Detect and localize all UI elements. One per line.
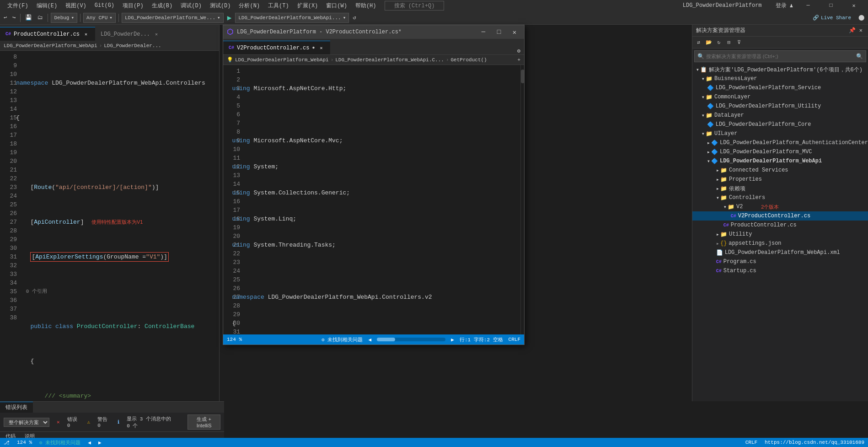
left-editor-area[interactable]: 891011121314 15161718192021 222324252627… <box>0 51 219 438</box>
tree-item-util[interactable]: ▸ 📁 Utility <box>692 230 868 239</box>
tree-item-utility[interactable]: 🔷 LDG_PowderDealerPlatform_Utility <box>692 102 868 111</box>
webapi-label: LDG_PowderDealerPlatform_WebApi <box>720 158 822 164</box>
menu-item-tools[interactable]: 工具(T) <box>264 1 293 11</box>
float-scrollbar-h[interactable] <box>377 338 445 341</box>
menu-item-git[interactable]: Git(G) <box>91 1 118 10</box>
tree-item-props[interactable]: ▸ 📁 Properties <box>692 175 868 184</box>
tree-item-ui[interactable]: ▾ 📁 UILayer <box>692 129 868 138</box>
ui-label: UILayer <box>714 130 737 137</box>
menu-item-view[interactable]: 视图(V) <box>62 1 90 11</box>
save-all-icon[interactable]: 🗂 <box>36 13 45 22</box>
float-scrollbar[interactable] <box>520 65 524 334</box>
status-nav-next[interactable]: ▶ <box>98 440 102 446</box>
menu-item-project[interactable]: 项目(P) <box>119 1 147 11</box>
menu-item-analyze[interactable]: 分析(N) <box>235 1 263 11</box>
search-box[interactable]: 搜索 (Ctrl+Q) <box>385 1 445 11</box>
float-bc-3[interactable]: GetProduct() <box>451 57 487 63</box>
minimize-button[interactable]: ─ <box>798 0 819 11</box>
tree-item-startup[interactable]: C# Startup.cs <box>692 266 868 275</box>
menu-bar: 文件(F) 编辑(E) 视图(V) Git(G) 项目(P) 生成(B) 调试(… <box>0 0 868 11</box>
tree-item-service[interactable]: 🔷 LDG_PowderDealerPlatform_Service <box>692 83 868 92</box>
data-label: DataLayer <box>714 112 744 118</box>
tree-item-program[interactable]: C# Program.cs <box>692 257 868 266</box>
menu-item-file[interactable]: 文件(F) <box>4 1 32 11</box>
sync-icon[interactable]: ⇄ <box>694 38 703 47</box>
pin-icon[interactable]: 📌 <box>847 26 857 35</box>
breadcrumb-1[interactable]: LDG_PowderDealerPlatform_WebApi <box>4 43 97 48</box>
float-maximize-button[interactable]: □ <box>493 27 505 37</box>
float-breadcrumb: 💡 LDG_PowderDealerPlatform_WebApi › LDG_… <box>223 55 524 65</box>
tab-ldg-powder[interactable]: LDG_PowderDe... ✕ <box>95 27 166 41</box>
float-minimize-button[interactable]: ─ <box>477 27 489 37</box>
refresh-icon[interactable]: ↺ <box>351 13 358 22</box>
search-solution-input[interactable] <box>706 54 854 59</box>
tree-item-mvc[interactable]: ▸ 🔷 LDG_PowderDealerPlatform_MVC <box>692 147 868 156</box>
cpu-dropdown[interactable]: Any CPU ▾ <box>83 13 116 23</box>
tree-item-v2[interactable]: ▾ 📁 V2 2个版本 <box>692 202 868 211</box>
float-bc-1[interactable]: LDG_PowderDealerPlatform_WebApi <box>235 57 329 63</box>
float-bc-2[interactable]: LDG_PowderDealerPlatform_WebApi.C... <box>335 57 444 63</box>
tree-item-common[interactable]: ▾ 📁 CommonLayer <box>692 92 868 102</box>
tree-item-controller[interactable]: C# ProductController.cs <box>692 221 868 230</box>
run-project-dropdown[interactable]: LDG_PowderDealerPlatform_WebApi... ▾ <box>235 13 349 23</box>
redo-icon[interactable]: ↪ <box>11 13 17 22</box>
float-editor-area[interactable]: 123456789 101112131415161718 19202122232… <box>223 65 524 334</box>
tree-item-core[interactable]: 🔷 LDG_PowderDealerPlatform_Core <box>692 120 868 129</box>
tree-item-xml[interactable]: 📄 LDG_PowderDealerPlatform_WebApi.xml <box>692 248 868 257</box>
tree-item-data[interactable]: ▾ 📁 DataLayer <box>692 111 868 120</box>
float-code-lines: using Microsoft.AspNetCore.Http; using M… <box>223 65 520 334</box>
breadcrumb-2[interactable]: LDG_PowderDealer... <box>104 43 161 48</box>
menu-item-test[interactable]: 测试(D) <box>206 1 235 11</box>
menu-item-build[interactable]: 生成(B) <box>148 1 177 11</box>
menu-item-help[interactable]: 帮助(H) <box>352 1 380 11</box>
status-bar: ⎇ 124 % ⊙ 未找到相关问题 ◀ ▶ CRLF https://blog.… <box>0 438 868 447</box>
refresh-sol-icon[interactable]: ↻ <box>714 38 723 47</box>
save-icon[interactable]: 💾 <box>23 13 34 22</box>
float-title-text: LDG_PowderDealerPlatform - V2ProductCont… <box>237 29 474 35</box>
error-list-tab[interactable]: 错误列表 <box>0 402 33 413</box>
tree-item-buisness[interactable]: ▾ 📁 BuisnessLayer <box>692 74 868 83</box>
status-zoom: 124 % <box>17 440 32 445</box>
solution-root[interactable]: ▾ 📋 解决方案'LDG_PowderDealerPlatform'(6个项目，… <box>692 65 868 74</box>
settings-icon[interactable]: ⚙ <box>514 48 524 54</box>
close-panel-icon[interactable]: ✕ <box>857 26 864 35</box>
float-nav-prev[interactable]: ◀ <box>368 337 371 343</box>
login-icon[interactable]: 登录 ♟ <box>772 1 797 11</box>
left-tab-bar: C# ProductController.cs ✕ LDG_PowderDe..… <box>0 25 219 41</box>
tree-item-auth[interactable]: ▸ 🔷 LDG_PowderDealerPlatform_Authenticat… <box>692 138 868 147</box>
maximize-button[interactable]: □ <box>820 0 841 11</box>
show-files-icon[interactable]: 📂 <box>704 38 713 47</box>
tree-item-webapi[interactable]: ▾ 🔷 LDG_PowderDealerPlatform_WebApi <box>692 156 868 166</box>
debug-config-dropdown[interactable]: Debug ▾ <box>51 13 77 23</box>
menu-item-edit[interactable]: 编辑(E) <box>33 1 61 11</box>
tree-item-controllers[interactable]: ▾ 📁 Controllers <box>692 193 868 202</box>
tree-item-connected[interactable]: ▸ 📁 Connected Services <box>692 166 868 175</box>
error-list-label: 错误列表 <box>5 404 27 411</box>
float-nav-next[interactable]: ▶ <box>451 337 454 343</box>
tab-v2-controller[interactable]: C# V2ProductController.cs ● ✕ <box>223 41 330 54</box>
build-button[interactable]: 生成 + IntelliS <box>188 415 220 430</box>
tree-item-v2controller[interactable]: C# V2ProductController.cs <box>692 211 868 221</box>
live-share-button[interactable]: 🔗 Live Share <box>813 15 851 21</box>
menu-item-extensions[interactable]: 扩展(X) <box>294 1 322 11</box>
tab-product-controller[interactable]: C# ProductController.cs ✕ <box>0 27 95 41</box>
collapse-panel-icon[interactable]: ⬤ <box>857 13 866 22</box>
undo-icon[interactable]: ↩ <box>2 13 9 22</box>
scope-selector[interactable]: 整个解决方案 <box>4 418 49 427</box>
menu-item-debug[interactable]: 调试(D) <box>177 1 205 11</box>
v2-tab-close[interactable]: ✕ <box>317 44 325 52</box>
menu-item-window[interactable]: 窗口(W) <box>322 1 351 11</box>
source-control-icon[interactable]: ⎇ <box>4 440 10 446</box>
status-nav-prev[interactable]: ◀ <box>88 440 91 446</box>
run-button[interactable]: ▶ <box>227 13 232 22</box>
project-dropdown[interactable]: LDG_PowderDealerPlatform_We... ▾ <box>122 13 224 23</box>
tree-item-appsettings[interactable]: ▸ {} appsettings.json <box>692 239 868 248</box>
tree-item-deps[interactable]: ▸ 📁 依赖项 <box>692 184 868 193</box>
collapse-all-icon[interactable]: ⊟ <box>724 38 734 47</box>
close-button[interactable]: ✕ <box>843 0 864 11</box>
float-close-button[interactable]: ✕ <box>509 27 520 37</box>
filter-icon[interactable]: ⊽ <box>734 38 744 47</box>
tab-close-icon[interactable]: ✕ <box>82 31 90 38</box>
tab2-close-icon[interactable]: ✕ <box>153 31 160 38</box>
add-tab-icon[interactable]: + <box>517 57 520 63</box>
